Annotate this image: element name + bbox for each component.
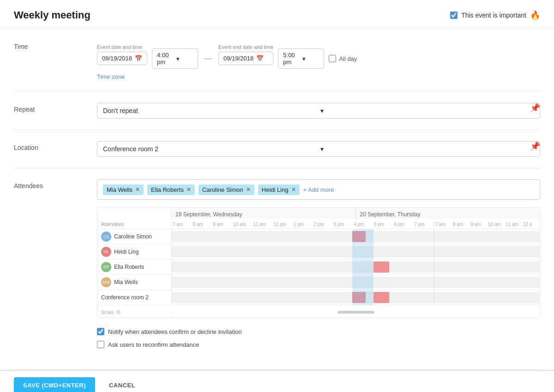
calendar-name-ella: ER Ella Roberts xyxy=(97,260,171,274)
calendar-right-confroom xyxy=(434,290,540,305)
repeat-section: Repeat Don't repeat ▾ 📌 xyxy=(14,92,540,130)
chevron-down-icon-end: ▾ xyxy=(302,55,319,62)
time-row: Event date and time 09/19/2018 📅 4:00 pm… xyxy=(97,40,540,69)
checkboxes-section: Notify when attendees confirm or decline… xyxy=(97,318,540,358)
calendar-right-day: 20 September, Thursday xyxy=(355,208,540,220)
chip-heidi-ling: Heidi Ling ✕ xyxy=(258,184,300,195)
save-button[interactable]: SAVE (CMD+ENTER) xyxy=(14,377,95,392)
calendar-timeline-caroline xyxy=(171,229,434,244)
chip-caroline-simon: Caroline Simon ✕ xyxy=(199,184,254,195)
calendar-name-heidi: HL Heidi Ling xyxy=(97,245,171,259)
time-dash: — xyxy=(203,54,214,63)
start-date-group: Event date and time 09/19/2018 📅 xyxy=(97,44,147,65)
all-day-checkbox[interactable] xyxy=(329,55,336,62)
add-more-button[interactable]: + Add more xyxy=(303,186,334,193)
end-date-value: 09/19/2018 xyxy=(223,55,253,62)
chip-label-ella: Ella Roberts xyxy=(151,186,184,193)
attendees-chips-container[interactable]: Mia Wells ✕ Ella Roberts ✕ Caroline Simo… xyxy=(97,179,540,200)
repeat-label: Repeat xyxy=(14,103,97,113)
calendar-icon-start: 📅 xyxy=(135,55,142,62)
cancel-button[interactable]: CANCEL xyxy=(104,377,140,392)
footer: SAVE (CMD+ENTER) CANCEL xyxy=(0,370,554,392)
location-dropdown[interactable]: Conference room 2 ▾ xyxy=(97,141,540,157)
calendar-timeline-ella xyxy=(171,260,434,274)
calendar-left-day: 19 September, Wednesday xyxy=(171,208,355,220)
avatar-caroline: CS xyxy=(101,232,111,242)
chip-label-mia: Mia Wells xyxy=(107,186,132,193)
avatar-ella: ER xyxy=(101,262,111,272)
pin-icon-repeat: 📌 xyxy=(530,103,540,113)
calendar-row-heidi: HL Heidi Ling xyxy=(97,244,540,259)
repeat-value: Don't repeat xyxy=(103,107,317,114)
notify-checkbox[interactable] xyxy=(97,328,104,335)
reconfirm-checkbox[interactable] xyxy=(97,341,104,348)
main-content: Time Event date and time 09/19/2018 📅 4:… xyxy=(0,29,554,370)
end-date-label: Event end date and time xyxy=(218,44,273,50)
end-date-input[interactable]: 09/19/2018 📅 xyxy=(218,52,273,65)
location-label: Location xyxy=(14,141,97,151)
calendar-grid: 19 September, Wednesday 20 September, Th… xyxy=(97,207,540,318)
chip-label-caroline: Caroline Simon xyxy=(202,186,243,193)
chip-remove-mia[interactable]: ✕ xyxy=(135,186,140,193)
location-content: Conference room 2 ▾ xyxy=(97,141,540,157)
scale-bar[interactable] xyxy=(337,311,374,314)
start-time-select[interactable]: 4:00 pm ▾ xyxy=(152,48,198,69)
calendar-names-col-label: Attendees xyxy=(97,220,171,229)
end-date-group: Event end date and time 09/19/2018 📅 xyxy=(218,44,273,65)
page-title: Weekly meeting xyxy=(14,9,90,21)
end-time-value: 5:00 pm xyxy=(283,52,300,65)
attendees-content: Mia Wells ✕ Ella Roberts ✕ Caroline Simo… xyxy=(97,179,540,358)
reconfirm-checkbox-row: Ask users to reconfirm attendance xyxy=(97,338,540,351)
calendar-row-confroom: Conference room 2 xyxy=(97,290,540,305)
avatar-heidi: HL xyxy=(101,247,111,257)
calendar-row-caroline: CS Caroline Simon xyxy=(97,229,540,244)
scale-row: Scale ⚙ xyxy=(97,305,540,317)
important-checkbox[interactable] xyxy=(450,12,458,19)
important-toggle: This event is important 🔥 xyxy=(450,10,540,20)
start-date-input[interactable]: 09/19/2018 📅 xyxy=(97,52,147,65)
calendar-timeline-mia xyxy=(171,275,434,290)
avatar-mia: MW xyxy=(101,277,111,287)
repeat-content: Don't repeat ▾ xyxy=(97,103,540,119)
calendar-right-heidi xyxy=(434,244,540,259)
chip-ella-roberts: Ella Roberts ✕ xyxy=(147,184,195,195)
calendar-right-ella xyxy=(434,260,540,274)
notify-checkbox-row: Notify when attendees confirm or decline… xyxy=(97,325,540,338)
chip-remove-caroline[interactable]: ✕ xyxy=(246,186,251,193)
calendar-name-mia: MW Mia Wells xyxy=(97,275,171,289)
calendar-right-mia xyxy=(434,275,540,290)
scale-bar-wrapper xyxy=(171,311,540,314)
chip-remove-heidi[interactable]: ✕ xyxy=(291,186,296,193)
all-day-wrap: All day xyxy=(329,55,357,62)
calendar-right-caroline xyxy=(434,229,540,244)
calendar-times-row: Attendees 7 am 8 am 9 am 10 am 11 am 12 … xyxy=(97,220,540,229)
calendar-timeline-heidi xyxy=(171,244,434,259)
chevron-down-icon-repeat: ▾ xyxy=(320,107,534,114)
end-time-select[interactable]: 5:00 pm ▾ xyxy=(278,48,324,69)
fire-icon: 🔥 xyxy=(530,10,540,20)
notify-label: Notify when attendees confirm or decline… xyxy=(108,328,242,335)
important-label: This event is important xyxy=(461,12,526,19)
chevron-down-icon-start: ▾ xyxy=(176,55,193,62)
calendar-row-ella: ER Ella Roberts xyxy=(97,259,540,274)
calendar-left-times: 7 am 8 am 9 am 10 am 11 am 12 pm 1 pm 2 … xyxy=(171,221,434,228)
chevron-down-icon-location: ▾ xyxy=(320,145,534,153)
scale-label: Scale ⚙ xyxy=(97,309,171,315)
location-section: Location Conference room 2 ▾ 📌 xyxy=(14,130,540,168)
calendar-header-row: 19 September, Wednesday 20 September, Th… xyxy=(97,208,540,220)
attendees-section: Attendees Mia Wells ✕ Ella Roberts ✕ Car… xyxy=(14,168,540,370)
pin-icon-location: 📌 xyxy=(530,141,540,151)
calendar-icon-end: 📅 xyxy=(256,55,264,62)
attendees-label: Attendees xyxy=(14,179,97,190)
chip-label-heidi: Heidi Ling xyxy=(262,186,289,193)
calendar-row-mia: MW Mia Wells xyxy=(97,274,540,290)
calendar-name-confroom: Conference room 2 xyxy=(97,292,171,303)
chip-remove-ella[interactable]: ✕ xyxy=(187,186,191,193)
location-value: Conference room 2 xyxy=(103,145,317,153)
reconfirm-label: Ask users to reconfirm attendance xyxy=(108,341,199,348)
gear-icon[interactable]: ⚙ xyxy=(116,309,121,315)
repeat-dropdown[interactable]: Don't repeat ▾ xyxy=(97,103,540,119)
time-label: Time xyxy=(14,40,97,50)
timezone-link[interactable]: Time zone xyxy=(97,73,125,80)
start-time-value: 4:00 pm xyxy=(157,52,174,65)
